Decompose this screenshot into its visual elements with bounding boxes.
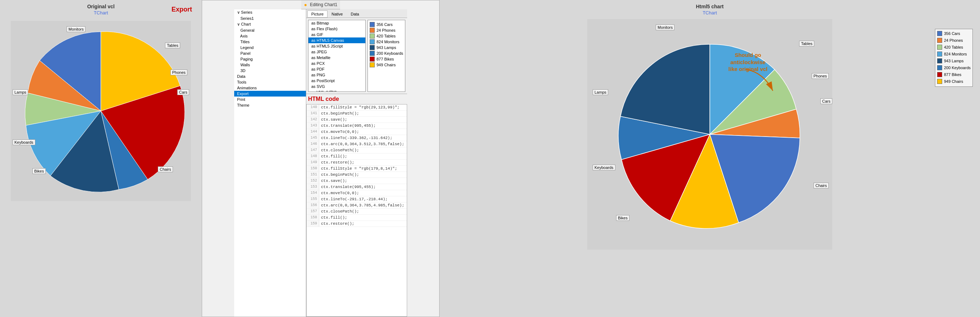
export-label: Export — [172, 6, 192, 13]
format-item[interactable]: as PNG — [309, 72, 365, 78]
tree-item[interactable]: Export — [234, 91, 306, 97]
right-panel: Html5 chart TChart Monitors — [439, 0, 980, 317]
tree-item[interactable]: Axis — [234, 33, 306, 39]
code-line-number: 147 — [307, 147, 319, 153]
code-line-number: 151 — [307, 172, 319, 178]
tree-item[interactable]: 3D — [234, 68, 306, 73]
tree-item[interactable]: Panel — [234, 51, 306, 56]
format-item[interactable]: as JPEG — [309, 49, 365, 55]
middle-legend-item: 943 Lamps — [370, 45, 403, 50]
legend-color-box — [370, 45, 375, 50]
tree-item[interactable]: ∨ Series — [234, 10, 306, 16]
right-label-keyboards: Keyboards — [593, 165, 616, 170]
code-line: 150ctx.fillStyle = "rgb(179,8,14)"; — [307, 166, 407, 172]
format-item[interactable]: as GIF — [309, 32, 365, 37]
format-item[interactable]: as PDF — [309, 66, 365, 72]
legend-label: 356 Cars — [944, 31, 960, 36]
code-line: 145ctx.lineTo(-339.362,-131.642); — [307, 135, 407, 141]
code-line-number: 140 — [307, 105, 319, 110]
code-line-text: ctx.restore(); — [319, 159, 354, 165]
middle-legend: 356 Cars24 Phones420 Tables824 Monitors9… — [368, 20, 405, 92]
code-line: 147ctx.closePath(); — [307, 147, 407, 153]
code-line: 153ctx.translate(995,455); — [307, 184, 407, 190]
options-tab-data[interactable]: Data — [347, 10, 363, 18]
tree-item[interactable]: ∨ Chart — [234, 21, 306, 27]
format-item[interactable]: as Bitmap — [309, 20, 365, 26]
legend-label: 24 Phones — [944, 38, 963, 43]
code-line-text: ctx.closePath(); — [319, 147, 359, 153]
tree-item[interactable]: General — [234, 27, 306, 33]
code-line-text: ctx.restore(); — [319, 221, 354, 226]
code-line-number: 149 — [307, 159, 319, 165]
right-label-lamps: Lamps — [593, 89, 608, 95]
options-tab-picture[interactable]: Picture — [307, 10, 328, 18]
middle-legend-item: 949 Chairs — [370, 62, 403, 67]
code-line: 152ctx.save(); — [307, 178, 407, 184]
window-title: Editing Chart1 — [310, 2, 337, 7]
middle-legend-item: 200 Keyboards — [370, 51, 403, 56]
label-phones: Phones — [170, 70, 187, 75]
format-item[interactable]: as HTML5 JScript — [309, 43, 365, 49]
format-item[interactable]: as HTML5 Canvas — [309, 37, 365, 43]
code-line-text: ctx.translate(995,455); — [319, 123, 376, 129]
legend-color-box — [937, 58, 942, 64]
tree-item[interactable]: Legend — [234, 45, 306, 51]
code-line-text: ctx.fill(); — [319, 215, 347, 220]
format-item[interactable]: as PostScript — [309, 78, 365, 84]
middle-legend-item: 877 Bikes — [370, 57, 403, 62]
code-line-text: ctx.save(); — [319, 178, 347, 184]
format-list: as Bitmapas Flex (Flash)as GIFas HTML5 C… — [308, 20, 366, 92]
tree-item[interactable]: Animations — [234, 85, 306, 91]
right-legend: 356 Cars24 Phones420 Tables824 Monitors9… — [935, 29, 973, 87]
options-tabs: PictureNativeData — [306, 10, 407, 18]
code-line-number: 156 — [307, 202, 319, 208]
legend-color-box — [937, 72, 942, 77]
format-item[interactable]: as PCX — [309, 61, 365, 66]
format-item[interactable]: as SVG — [309, 84, 365, 89]
legend-label: 943 Lamps — [944, 59, 963, 63]
code-line: 148ctx.fill(); — [307, 153, 407, 159]
format-item[interactable]: as Metafile — [309, 55, 365, 61]
tree-item[interactable]: Series1 — [234, 16, 306, 21]
code-line-number: 158 — [307, 215, 319, 220]
code-line-number: 153 — [307, 184, 319, 190]
code-line: 159ctx.restore(); — [307, 221, 407, 227]
code-area: 140ctx.fillStyle = "rgb(29,123,99)";141c… — [306, 104, 407, 317]
legend-label: 877 Bikes — [377, 57, 394, 61]
code-line-number: 145 — [307, 135, 319, 141]
code-line-text: ctx.moveTo(0,0); — [319, 190, 359, 196]
tree-item[interactable]: Tools — [234, 79, 306, 85]
code-line-text: ctx.beginPath(); — [319, 111, 359, 116]
tree-item[interactable]: Data — [234, 73, 306, 79]
right-legend-item: 877 Bikes — [937, 72, 970, 77]
legend-color-box — [370, 28, 375, 33]
right-legend-item: 949 Chairs — [937, 79, 970, 84]
legend-label: 24 Phones — [377, 28, 396, 32]
code-line-number: 144 — [307, 129, 319, 135]
code-line-text: ctx.lineTo(-339.362,-131.642); — [319, 135, 392, 141]
options-tab-native[interactable]: Native — [328, 10, 347, 18]
code-line-text: ctx.arc(0,0,364,3.512,3.785,false); — [319, 141, 404, 147]
legend-color-box — [370, 62, 375, 67]
format-item[interactable]: as Flex (Flash) — [309, 26, 365, 32]
tree-item[interactable]: Paging — [234, 56, 306, 62]
tree-item[interactable]: Titles — [234, 39, 306, 45]
legend-color-box — [370, 39, 375, 44]
tree-item[interactable]: Walls — [234, 62, 306, 68]
code-line-number: 152 — [307, 178, 319, 184]
right-legend-item: 824 Monitors — [937, 51, 970, 57]
tree-item[interactable]: Print — [234, 97, 306, 102]
label-cars: Cars — [177, 89, 189, 95]
format-item[interactable]: as VML (HTM) — [309, 89, 365, 92]
left-title: Original vcl — [87, 3, 115, 10]
tree-panel: ∨ Series Series1∨ Chart General Axis Tit… — [234, 10, 306, 317]
code-line: 149ctx.restore(); — [307, 159, 407, 166]
annotation-text: Should goanticlockwiselike original vcl — [729, 51, 767, 73]
left-panel: Original vcl TChart — [0, 0, 202, 317]
middle-legend-item: 420 Tables — [370, 33, 403, 38]
tree-item[interactable]: Theme — [234, 102, 306, 108]
format-area: as Bitmapas Flex (Flash)as GIFas HTML5 C… — [306, 18, 407, 94]
right-legend-item: 24 Phones — [937, 38, 970, 43]
right-title: Html5 chart — [696, 3, 724, 10]
code-line: 140ctx.fillStyle = "rgb(29,123,99)"; — [307, 105, 407, 111]
